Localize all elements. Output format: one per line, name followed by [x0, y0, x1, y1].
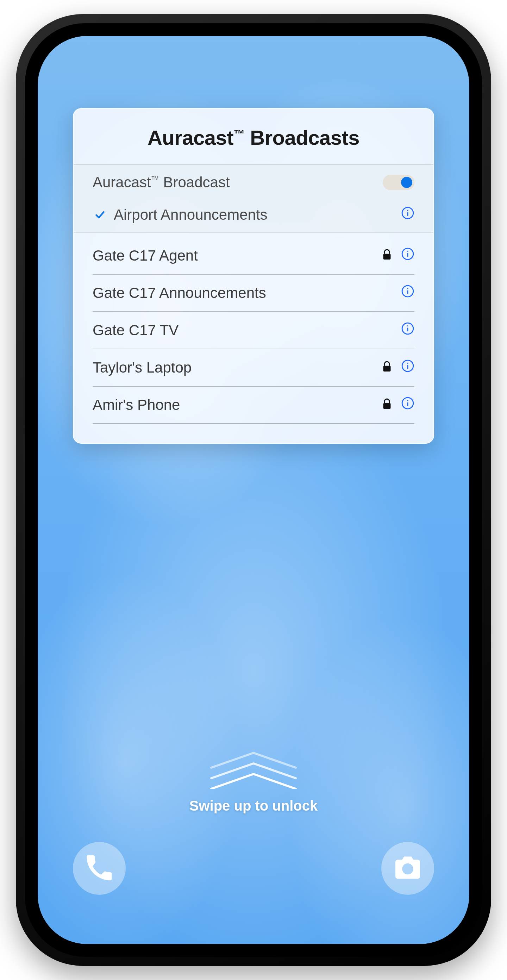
- info-icon[interactable]: [401, 322, 415, 339]
- phone-icon: [84, 853, 114, 884]
- broadcast-item[interactable]: Amir's Phone: [92, 387, 415, 424]
- check-icon: [92, 209, 107, 220]
- svg-point-14: [407, 325, 408, 326]
- camera-icon: [393, 853, 423, 884]
- phone-screen[interactable]: Auracast™ Broadcasts Auracast™ Broadcast: [38, 36, 469, 944]
- broadcast-item-name: Gate C17 Announcements: [92, 285, 382, 301]
- svg-point-6: [407, 251, 408, 252]
- connected-broadcast-name: Airport Announcements: [114, 206, 401, 223]
- info-icon[interactable]: [401, 359, 415, 376]
- card-title: Auracast™ Broadcasts: [73, 109, 434, 165]
- broadcasts-card: Auracast™ Broadcasts Auracast™ Broadcast: [73, 108, 434, 444]
- svg-point-18: [407, 363, 408, 364]
- toggle-label-prefix: Auracast: [92, 174, 151, 191]
- broadcast-item-name: Gate C17 Agent: [92, 247, 382, 264]
- broadcast-toggle[interactable]: [383, 175, 415, 190]
- info-icon[interactable]: [401, 396, 415, 414]
- card-title-prefix: Auracast: [148, 126, 234, 149]
- chevron-up-icon: [201, 746, 306, 789]
- lock-icon: [382, 247, 392, 264]
- broadcast-item-name: Gate C17 TV: [92, 322, 382, 339]
- svg-point-2: [407, 210, 408, 211]
- swipe-up-block[interactable]: Swipe up to unlock: [38, 746, 469, 814]
- broadcast-item-name: Amir's Phone: [92, 396, 382, 414]
- camera-shortcut-button[interactable]: [381, 842, 434, 895]
- broadcast-item[interactable]: Gate C17 Announcements: [92, 275, 415, 312]
- info-icon[interactable]: [401, 285, 415, 301]
- info-icon[interactable]: [401, 206, 415, 223]
- toggle-label-suffix: Broadcast: [159, 174, 230, 191]
- broadcast-toggle-row: Auracast™ Broadcast: [73, 166, 434, 199]
- info-icon[interactable]: [401, 247, 415, 264]
- broadcast-item-name: Taylor's Laptop: [92, 359, 382, 376]
- swipe-up-label: Swipe up to unlock: [189, 798, 318, 814]
- trademark-symbol: ™: [151, 175, 159, 184]
- svg-point-22: [407, 400, 408, 401]
- broadcast-item[interactable]: Gate C17 TV: [92, 312, 415, 349]
- phone-frame-outer: Auracast™ Broadcasts Auracast™ Broadcast: [16, 14, 491, 966]
- page: Auracast™ Broadcasts Auracast™ Broadcast: [0, 0, 507, 980]
- trademark-symbol: ™: [234, 127, 244, 140]
- card-title-suffix: Broadcasts: [245, 126, 360, 149]
- available-broadcasts-list: Gate C17 Agent: [73, 233, 434, 443]
- svg-rect-3: [383, 254, 391, 259]
- svg-rect-15: [383, 366, 391, 372]
- connected-broadcast-row[interactable]: Airport Announcements: [73, 199, 434, 231]
- lock-icon: [382, 396, 392, 414]
- broadcast-status-section: Auracast™ Broadcast: [73, 165, 434, 233]
- lock-icon: [382, 359, 392, 376]
- broadcast-item[interactable]: Taylor's Laptop: [92, 349, 415, 387]
- toggle-knob: [401, 177, 412, 188]
- svg-point-10: [407, 288, 408, 289]
- phone-frame-inner: Auracast™ Broadcasts Auracast™ Broadcast: [25, 23, 482, 957]
- svg-rect-19: [383, 403, 391, 409]
- phone-shortcut-button[interactable]: [73, 842, 126, 895]
- broadcast-toggle-label: Auracast™ Broadcast: [92, 174, 383, 191]
- broadcast-item[interactable]: Gate C17 Agent: [92, 235, 415, 275]
